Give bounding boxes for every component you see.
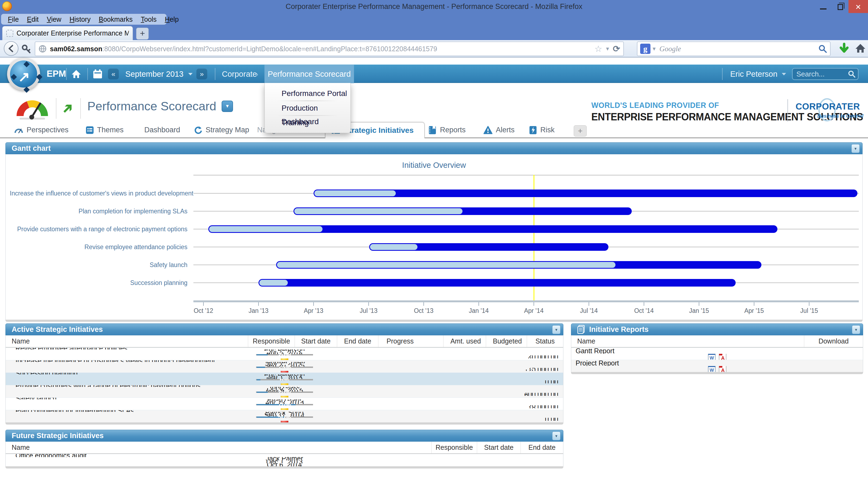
table-row[interactable]: Provide customers with a range of electr… bbox=[6, 385, 563, 397]
search-magnifier-icon[interactable] bbox=[818, 44, 827, 54]
menu-item-performance-portal[interactable]: Performance Portal bbox=[265, 87, 350, 100]
column-header-end-date[interactable]: End date bbox=[521, 442, 563, 453]
period-prev-button[interactable]: « bbox=[108, 65, 119, 83]
tab-perspectives[interactable]: Perspectives bbox=[14, 123, 69, 137]
menu-tools[interactable]: Tools bbox=[137, 14, 161, 25]
menu-item-production-dashboard[interactable]: Production Dashboard bbox=[265, 101, 350, 115]
strategy-map-icon bbox=[194, 126, 203, 134]
app-search-input[interactable] bbox=[796, 70, 848, 78]
table-row[interactable]: Gantt Report W A bbox=[571, 348, 863, 360]
table-row[interactable]: Revise employee attendance policies Eric… bbox=[6, 348, 563, 360]
column-header-progress[interactable]: Progress bbox=[378, 335, 443, 347]
browser-search-field[interactable]: g bbox=[637, 41, 831, 56]
app-search-box[interactable] bbox=[792, 68, 859, 80]
tab-strategy-map[interactable]: Strategy Map bbox=[194, 123, 249, 137]
period-next-button[interactable]: » bbox=[196, 65, 207, 83]
browser-search-input[interactable] bbox=[656, 45, 818, 53]
column-header-name[interactable]: Name bbox=[6, 442, 431, 453]
header-divider bbox=[80, 98, 81, 119]
column-header-budgeted[interactable]: Budgeted bbox=[486, 335, 527, 347]
tab-reports[interactable]: Reports bbox=[428, 123, 466, 137]
table-row[interactable]: Succession planning Eric Peterson Jan 1,… bbox=[6, 372, 563, 385]
gantt-bar[interactable] bbox=[276, 261, 762, 269]
new-tab-button[interactable]: + bbox=[136, 28, 149, 40]
breadcrumb-performance-scorecard[interactable]: Performance Scorecard bbox=[265, 65, 354, 83]
calendar-button[interactable] bbox=[92, 65, 103, 83]
risk-icon bbox=[529, 126, 537, 135]
menu-history[interactable]: History bbox=[65, 14, 95, 25]
bookmark-star-icon[interactable] bbox=[594, 44, 602, 54]
forward-button[interactable] bbox=[21, 44, 31, 54]
panel-collapse-button[interactable] bbox=[552, 432, 560, 440]
epm-navbar: EPM « September 2013 » Corporate › Perfo… bbox=[0, 65, 868, 83]
gantt-bar[interactable] bbox=[369, 243, 609, 251]
gantt-bar[interactable] bbox=[258, 279, 736, 287]
table-row[interactable]: Plan completion for implementing SLAs Pa… bbox=[6, 410, 563, 422]
menu-bookmarks[interactable]: Bookmarks bbox=[95, 14, 137, 25]
menu-group: File Edit View History Bookmarks Tools H… bbox=[1, 14, 166, 25]
axis-tick-label: Jul '14 bbox=[571, 307, 607, 315]
menu-view[interactable]: View bbox=[42, 14, 65, 25]
gantt-progress-fill bbox=[209, 226, 322, 232]
column-header-download[interactable]: Download bbox=[804, 335, 863, 347]
google-icon[interactable]: g bbox=[640, 44, 650, 54]
gantt-bar[interactable] bbox=[208, 225, 777, 233]
goto-arrow-icon[interactable]: ➔ bbox=[58, 99, 77, 118]
menu-file[interactable]: File bbox=[4, 14, 23, 25]
pdf-icon[interactable]: A bbox=[718, 366, 727, 372]
url-field[interactable]: sam062.samson :8080/CorpoWebserver/index… bbox=[35, 41, 624, 56]
breadcrumb-corporate[interactable]: Corporate bbox=[222, 65, 257, 83]
panel-collapse-button[interactable] bbox=[552, 325, 560, 334]
column-header-responsible[interactable]: Responsible bbox=[248, 335, 294, 347]
gantt-bar[interactable] bbox=[314, 190, 858, 197]
column-header-end-date[interactable]: End date bbox=[337, 335, 378, 347]
word-doc-icon[interactable]: W bbox=[708, 354, 716, 360]
back-button[interactable] bbox=[4, 41, 19, 56]
urlbar-dropdown-icon[interactable] bbox=[606, 45, 609, 52]
pdf-icon[interactable]: A bbox=[718, 354, 727, 360]
browser-tab[interactable]: Corporater Enterprise Performance Man... bbox=[2, 26, 133, 40]
word-doc-icon[interactable]: W bbox=[708, 366, 716, 372]
navbar-divider bbox=[66, 68, 67, 80]
period-selector[interactable]: September 2013 bbox=[125, 65, 193, 83]
table-row[interactable]: Office ergonomics audit Jack Palmer Dec … bbox=[6, 454, 563, 466]
column-header-amt-used[interactable]: Amt. used bbox=[443, 335, 486, 347]
panel-collapse-button[interactable] bbox=[851, 144, 860, 153]
epm-home-button[interactable] bbox=[71, 65, 82, 83]
add-tab-button[interactable]: + bbox=[574, 125, 587, 137]
column-header-name[interactable]: Name bbox=[6, 335, 248, 347]
restore-button[interactable] bbox=[832, 0, 848, 14]
status-led-icon bbox=[281, 396, 288, 397]
tab-themes[interactable]: Themes bbox=[86, 123, 124, 137]
panel-collapse-button[interactable] bbox=[852, 325, 860, 334]
page-title-dropdown-button[interactable] bbox=[222, 101, 233, 112]
menu-item-training[interactable]: Training bbox=[265, 116, 350, 130]
column-header-responsible[interactable]: Responsible bbox=[431, 442, 477, 453]
axis-tick bbox=[478, 302, 479, 306]
column-header-status[interactable]: Status bbox=[527, 335, 563, 347]
table-row[interactable]: Increase the influence of customer's vie… bbox=[6, 360, 563, 372]
search-icon[interactable] bbox=[848, 70, 856, 78]
menu-edit[interactable]: Edit bbox=[23, 14, 42, 25]
axis-tick-label: Jan '15 bbox=[681, 307, 717, 315]
minimize-button[interactable] bbox=[815, 0, 831, 14]
tab-risk[interactable]: Risk bbox=[529, 123, 555, 137]
gantt-bar[interactable] bbox=[293, 207, 632, 215]
close-button[interactable] bbox=[848, 0, 868, 14]
table-row[interactable]: Project Report W A bbox=[571, 360, 863, 372]
svg-text:W: W bbox=[709, 355, 714, 360]
reload-icon[interactable] bbox=[613, 44, 620, 54]
search-engine-dropdown-icon[interactable] bbox=[653, 45, 656, 52]
table-row[interactable]: Safety launch Evan Grant Jan 30, 2013 Ap… bbox=[6, 397, 563, 410]
home-button[interactable] bbox=[855, 42, 866, 54]
branding-divider bbox=[787, 99, 788, 122]
tab-dashboard[interactable]: Dashboard bbox=[144, 123, 180, 137]
tab-alerts[interactable]: Alerts bbox=[484, 123, 515, 137]
column-header-name[interactable]: Name bbox=[571, 335, 804, 347]
menu-help[interactable]: Help bbox=[161, 14, 183, 25]
column-header-start-date[interactable]: Start date bbox=[294, 335, 337, 347]
downloads-button[interactable] bbox=[838, 42, 850, 54]
user-menu[interactable]: Eric Peterson bbox=[730, 65, 786, 83]
tab-label: Strategic Initiatives bbox=[344, 126, 414, 135]
column-header-start-date[interactable]: Start date bbox=[477, 442, 521, 453]
